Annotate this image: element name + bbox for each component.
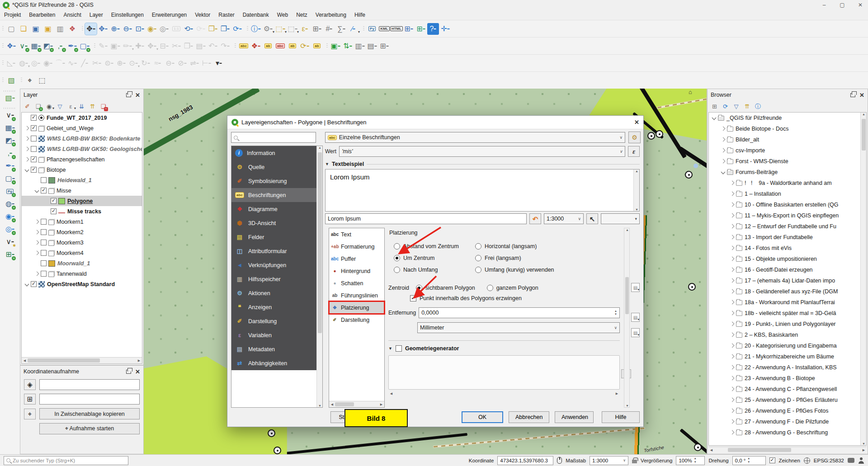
browser-tree-row[interactable]: 28 - Anwendung G - Beschriftung [709,427,860,438]
expander-icon[interactable] [24,281,30,287]
go2go-sync-icon[interactable]: ⇅ [342,40,354,52]
menu-item[interactable]: Bearbeiten [25,11,59,19]
new-project-icon[interactable]: ▢ [5,23,17,35]
label-settings-tab[interactable]: ● Schatten [329,277,384,289]
browser-tree-row[interactable]: 10 - Offline Basiskarten erstellen (QG [709,199,860,210]
layer-labeling-icon[interactable]: abc [238,40,250,52]
label-settings-tab[interactable]: ✐ Darstellung [329,314,384,326]
split-features-icon[interactable]: ✂ [91,57,103,69]
expander-icon[interactable] [711,115,717,121]
float-panel-icon[interactable] [850,93,855,97]
pan-to-selection-icon[interactable]: ✥ [97,23,109,35]
layer-tree-row[interactable]: Misse [22,185,142,196]
browser-tree-row[interactable]: 11 – Mykis-Export in QGIS einpflegen [709,210,860,221]
magnifier-spinbox[interactable]: 100%▲▼ [676,456,705,465]
menu-item[interactable]: Verarbeitung [311,11,350,19]
minimize-button[interactable]: – [816,0,832,9]
offset-curve-icon[interactable]: ⌒ [54,57,66,69]
expander-icon[interactable] [729,332,735,338]
add-vector-tile-layer-icon[interactable]: ∨ [4,236,16,248]
expander-icon[interactable] [33,229,40,235]
apply-button[interactable]: Anwenden [555,411,594,423]
placement-radio[interactable]: Frei (langsam) [475,252,554,264]
move-feature-icon[interactable]: ✥ [146,40,158,52]
browser-tree-row[interactable]: 21 - Mykorrhizabereiche um Bäume [709,351,860,362]
zentroid-radio[interactable]: ganzem Polygon [487,285,538,291]
layer-tree-row[interactable]: Pflanzengesellschaften [22,154,142,165]
add-selected-layers-icon[interactable]: ⊞ [710,102,719,111]
save-project-icon[interactable]: ▣ [30,23,42,35]
label-settings-tab[interactable]: abc Puffer [329,253,384,265]
browser-hscrollbar[interactable]: ◀▶ [708,447,867,453]
expander-icon[interactable] [729,310,735,316]
preview-vscrollbar[interactable]: ▲ ▼ [633,169,639,211]
label-settings-tab[interactable]: ✥ Platzierung [329,301,384,314]
browser-tree-row[interactable]: Beide Biotope - Docs [709,123,860,134]
add-feature-icon[interactable]: ✚ [134,40,146,52]
expander-icon[interactable] [729,429,735,436]
layer-tree-row[interactable]: Moorkern4 [22,248,142,258]
map-sample-pointer-button[interactable]: ↖ [586,213,598,224]
fill-ring-icon[interactable]: ◉ [42,57,54,69]
browser-tree-row[interactable]: 26 - Anwendung E - PflGes Fotos [709,405,860,416]
expander-icon[interactable] [24,156,30,163]
expander-icon[interactable] [33,177,40,184]
sidebar-item[interactable]: ❖ Diagramme [231,202,316,216]
expander-icon[interactable] [729,299,735,306]
menu-item[interactable]: Vektor [191,11,214,19]
automated-placement-settings-button[interactable]: ⚙ [628,132,641,143]
sidebar-item[interactable]: ▥ Hilfsspeicher [231,272,316,286]
layer-tree-row[interactable]: Misse tracks [22,206,142,217]
merge-features-icon[interactable]: ⊕ [115,57,127,69]
open-layer-styling-icon[interactable]: ✐ [23,102,32,111]
epsg-label[interactable]: EPSG:25832 [814,458,844,463]
labeling-mode-combobox[interactable]: abc Einzelne Beschriftungen ∨ [325,132,625,143]
open-project-icon[interactable]: ❏ [18,23,29,35]
grid-coordinate-icon[interactable]: ⊞ [24,394,36,405]
undo-icon[interactable]: ↶ [207,40,219,52]
expander-icon[interactable] [33,219,40,225]
add-mesh-layer-icon[interactable]: ◩ [4,135,16,146]
expander-icon[interactable] [729,191,735,197]
browser-tree-row[interactable]: 22 - Anwendung A - Installation, KBS [709,362,860,373]
check-geometry-icon[interactable]: ▣ [330,40,341,52]
browser-tree-row[interactable]: 18b - vielleicht später mal = 3D-Gelä [709,308,860,319]
manage-map-themes-icon[interactable]: ◉ [44,102,54,111]
sidebar-item[interactable]: ◄ Verknüpfungen [231,258,316,272]
layer-visibility-checkbox[interactable] [41,260,47,266]
filter-browser-icon[interactable]: ▽ [731,102,741,111]
crs-globe-icon[interactable] [804,457,810,464]
layer-visibility-checkbox[interactable] [31,115,37,121]
layer-visibility-checkbox[interactable] [31,125,37,131]
open-attribute-table-icon[interactable]: ⊞ [311,23,323,35]
dwg-import-icon[interactable]: ▤ [366,40,378,52]
rotation-spinbox[interactable]: 0,0 °▲▼ [732,456,766,465]
browser-tree-row[interactable]: 14 - Fotos mit eVis [709,243,860,254]
value-combobox[interactable]: 'mis'∨ [339,146,625,157]
browser-tree-row[interactable]: 24 - Anwendung C - Pflanzengwesell [709,384,860,395]
maximize-button[interactable]: ▢ [835,0,850,9]
expand-all-icon[interactable]: ⇊ [77,102,86,111]
add-group-icon[interactable]: ❏ [33,102,43,111]
layer-tree-row[interactable]: Polygone [22,196,142,206]
browser-tree-row[interactable]: Forums-Beiträge [709,167,860,178]
collapse-triangle-icon[interactable]: ▼ [388,346,392,351]
add-part-icon[interactable]: ◎ [30,57,42,69]
expander-icon[interactable] [729,375,735,381]
measure-icon[interactable]: ∕ [348,23,359,35]
scale-combobox[interactable]: 1:3000∨ [590,456,628,465]
expander-icon[interactable] [720,126,726,132]
add-gpx-layer-icon[interactable]: ✒ [66,40,78,52]
layer-visibility-checkbox[interactable] [51,208,57,214]
python-console-icon[interactable]: Py [366,23,378,35]
force-point-inside-checkbox[interactable] [410,295,416,301]
add-postgis-layer-icon[interactable]: Pg [4,185,16,197]
zoom-last-icon[interactable]: ⟲ [183,23,194,35]
add-raster-layer-icon[interactable]: ▦ [30,40,42,52]
zoom-to-selection-icon[interactable]: ◉ [146,23,158,35]
browser-tree-row[interactable]: 16 - Geotiff-Datei erzeugen [709,264,860,275]
geometry-generator-checkbox[interactable] [396,345,402,352]
sidebar-item[interactable]: ⇄ Abhängigkeiten [231,356,316,370]
layer-tree-row[interactable]: Moorkern2 [22,227,142,237]
select-freehand-icon[interactable]: ⬚ [36,75,48,86]
